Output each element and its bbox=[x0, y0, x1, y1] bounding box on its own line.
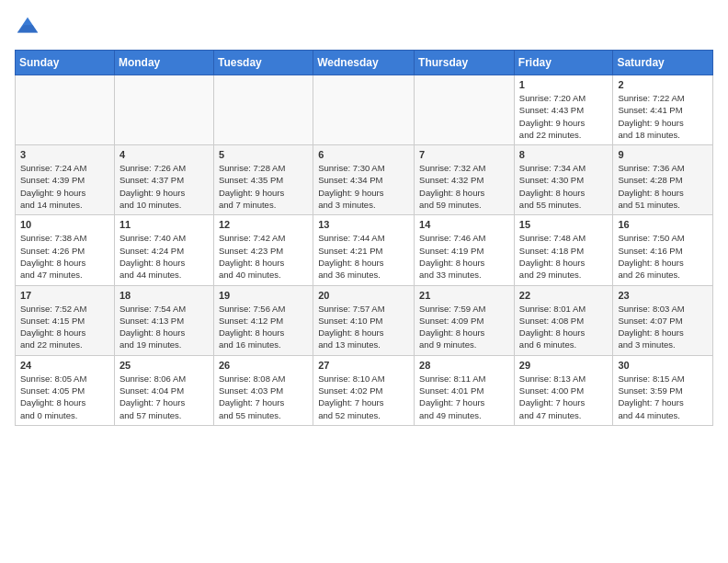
calendar-cell: 7Sunrise: 7:32 AM Sunset: 4:32 PM Daylig… bbox=[415, 145, 515, 215]
day-info: Sunrise: 7:42 AM Sunset: 4:23 PM Dayligh… bbox=[219, 232, 308, 281]
day-info: Sunrise: 7:20 AM Sunset: 4:43 PM Dayligh… bbox=[519, 92, 609, 141]
day-number: 1 bbox=[519, 79, 609, 90]
calendar-header-row: SundayMondayTuesdayWednesdayThursdayFrid… bbox=[16, 51, 713, 75]
day-number: 27 bbox=[318, 360, 409, 371]
day-info: Sunrise: 8:05 AM Sunset: 4:05 PM Dayligh… bbox=[20, 373, 109, 421]
day-info: Sunrise: 7:28 AM Sunset: 4:35 PM Dayligh… bbox=[219, 162, 308, 211]
calendar-cell: 16Sunrise: 7:50 AM Sunset: 4:16 PM Dayli… bbox=[613, 215, 713, 285]
day-number: 11 bbox=[119, 219, 209, 230]
day-number: 4 bbox=[119, 149, 209, 160]
calendar-cell: 29Sunrise: 8:13 AM Sunset: 4:00 PM Dayli… bbox=[514, 355, 613, 425]
day-info: Sunrise: 7:24 AM Sunset: 4:39 PM Dayligh… bbox=[20, 162, 109, 211]
calendar-cell: 30Sunrise: 8:15 AM Sunset: 3:59 PM Dayli… bbox=[613, 355, 713, 425]
day-info: Sunrise: 7:57 AM Sunset: 4:10 PM Dayligh… bbox=[318, 303, 409, 351]
day-number: 15 bbox=[519, 219, 609, 230]
calendar-week-row: 1Sunrise: 7:20 AM Sunset: 4:43 PM Daylig… bbox=[16, 75, 713, 145]
day-number: 30 bbox=[618, 360, 708, 371]
day-number: 3 bbox=[20, 149, 109, 160]
day-info: Sunrise: 7:54 AM Sunset: 4:13 PM Dayligh… bbox=[119, 303, 209, 351]
calendar-cell: 18Sunrise: 7:54 AM Sunset: 4:13 PM Dayli… bbox=[114, 285, 213, 355]
day-info: Sunrise: 8:13 AM Sunset: 4:00 PM Dayligh… bbox=[519, 373, 609, 421]
day-number: 8 bbox=[519, 149, 609, 160]
day-number: 5 bbox=[219, 149, 308, 160]
day-number: 10 bbox=[20, 219, 109, 230]
day-info: Sunrise: 7:22 AM Sunset: 4:41 PM Dayligh… bbox=[618, 92, 708, 141]
calendar-week-row: 3Sunrise: 7:24 AM Sunset: 4:39 PM Daylig… bbox=[16, 145, 713, 215]
calendar-week-row: 17Sunrise: 7:52 AM Sunset: 4:15 PM Dayli… bbox=[16, 285, 713, 355]
calendar-cell: 22Sunrise: 8:01 AM Sunset: 4:08 PM Dayli… bbox=[514, 285, 613, 355]
calendar-week-row: 24Sunrise: 8:05 AM Sunset: 4:05 PM Dayli… bbox=[16, 355, 713, 425]
page-header bbox=[15, 15, 713, 40]
day-info: Sunrise: 7:26 AM Sunset: 4:37 PM Dayligh… bbox=[119, 162, 209, 211]
calendar-cell: 20Sunrise: 7:57 AM Sunset: 4:10 PM Dayli… bbox=[313, 285, 415, 355]
calendar-week-row: 10Sunrise: 7:38 AM Sunset: 4:26 PM Dayli… bbox=[16, 215, 713, 285]
day-number: 23 bbox=[618, 290, 708, 301]
day-info: Sunrise: 7:52 AM Sunset: 4:15 PM Dayligh… bbox=[20, 303, 109, 351]
calendar-cell: 25Sunrise: 8:06 AM Sunset: 4:04 PM Dayli… bbox=[114, 355, 213, 425]
day-info: Sunrise: 8:06 AM Sunset: 4:04 PM Dayligh… bbox=[119, 373, 209, 421]
day-info: Sunrise: 8:03 AM Sunset: 4:07 PM Dayligh… bbox=[618, 303, 708, 351]
calendar-cell: 28Sunrise: 8:11 AM Sunset: 4:01 PM Dayli… bbox=[415, 355, 515, 425]
day-info: Sunrise: 8:11 AM Sunset: 4:01 PM Dayligh… bbox=[419, 373, 509, 421]
weekday-header: Sunday bbox=[16, 51, 115, 75]
day-number: 12 bbox=[219, 219, 308, 230]
day-number: 13 bbox=[318, 219, 409, 230]
calendar-cell: 27Sunrise: 8:10 AM Sunset: 4:02 PM Dayli… bbox=[313, 355, 415, 425]
day-info: Sunrise: 7:32 AM Sunset: 4:32 PM Dayligh… bbox=[419, 162, 509, 211]
day-info: Sunrise: 8:08 AM Sunset: 4:03 PM Dayligh… bbox=[219, 373, 308, 421]
day-info: Sunrise: 7:30 AM Sunset: 4:34 PM Dayligh… bbox=[318, 162, 409, 211]
day-number: 26 bbox=[219, 360, 308, 371]
day-info: Sunrise: 7:46 AM Sunset: 4:19 PM Dayligh… bbox=[419, 232, 509, 281]
calendar-cell bbox=[16, 75, 115, 145]
logo bbox=[15, 15, 44, 40]
calendar-cell bbox=[313, 75, 415, 145]
day-info: Sunrise: 7:44 AM Sunset: 4:21 PM Dayligh… bbox=[318, 232, 409, 281]
day-number: 25 bbox=[119, 360, 209, 371]
weekday-header: Thursday bbox=[415, 51, 515, 75]
day-info: Sunrise: 7:36 AM Sunset: 4:28 PM Dayligh… bbox=[618, 162, 708, 211]
calendar-cell: 2Sunrise: 7:22 AM Sunset: 4:41 PM Daylig… bbox=[613, 75, 713, 145]
day-info: Sunrise: 7:48 AM Sunset: 4:18 PM Dayligh… bbox=[519, 232, 609, 281]
day-number: 21 bbox=[419, 290, 509, 301]
calendar-cell: 15Sunrise: 7:48 AM Sunset: 4:18 PM Dayli… bbox=[514, 215, 613, 285]
calendar-cell: 14Sunrise: 7:46 AM Sunset: 4:19 PM Dayli… bbox=[415, 215, 515, 285]
day-number: 14 bbox=[419, 219, 509, 230]
day-info: Sunrise: 7:50 AM Sunset: 4:16 PM Dayligh… bbox=[618, 232, 708, 281]
day-number: 6 bbox=[318, 149, 409, 160]
day-number: 28 bbox=[419, 360, 509, 371]
weekday-header: Friday bbox=[514, 51, 613, 75]
day-number: 24 bbox=[20, 360, 109, 371]
day-info: Sunrise: 8:01 AM Sunset: 4:08 PM Dayligh… bbox=[519, 303, 609, 351]
day-info: Sunrise: 7:59 AM Sunset: 4:09 PM Dayligh… bbox=[419, 303, 509, 351]
calendar-cell: 12Sunrise: 7:42 AM Sunset: 4:23 PM Dayli… bbox=[213, 215, 313, 285]
calendar-cell: 10Sunrise: 7:38 AM Sunset: 4:26 PM Dayli… bbox=[16, 215, 115, 285]
weekday-header: Monday bbox=[114, 51, 213, 75]
day-number: 7 bbox=[419, 149, 509, 160]
calendar-cell: 8Sunrise: 7:34 AM Sunset: 4:30 PM Daylig… bbox=[514, 145, 613, 215]
calendar-cell: 3Sunrise: 7:24 AM Sunset: 4:39 PM Daylig… bbox=[16, 145, 115, 215]
calendar-cell bbox=[415, 75, 515, 145]
calendar-cell bbox=[114, 75, 213, 145]
calendar-cell: 13Sunrise: 7:44 AM Sunset: 4:21 PM Dayli… bbox=[313, 215, 415, 285]
day-info: Sunrise: 7:40 AM Sunset: 4:24 PM Dayligh… bbox=[119, 232, 209, 281]
calendar-cell: 4Sunrise: 7:26 AM Sunset: 4:37 PM Daylig… bbox=[114, 145, 213, 215]
calendar-cell: 11Sunrise: 7:40 AM Sunset: 4:24 PM Dayli… bbox=[114, 215, 213, 285]
day-info: Sunrise: 7:34 AM Sunset: 4:30 PM Dayligh… bbox=[519, 162, 609, 211]
day-number: 2 bbox=[618, 79, 708, 90]
calendar-cell: 21Sunrise: 7:59 AM Sunset: 4:09 PM Dayli… bbox=[415, 285, 515, 355]
day-info: Sunrise: 7:56 AM Sunset: 4:12 PM Dayligh… bbox=[219, 303, 308, 351]
day-info: Sunrise: 8:10 AM Sunset: 4:02 PM Dayligh… bbox=[318, 373, 409, 421]
calendar-cell: 17Sunrise: 7:52 AM Sunset: 4:15 PM Dayli… bbox=[16, 285, 115, 355]
day-number: 16 bbox=[618, 219, 708, 230]
day-info: Sunrise: 8:15 AM Sunset: 3:59 PM Dayligh… bbox=[618, 373, 708, 421]
weekday-header: Tuesday bbox=[213, 51, 313, 75]
calendar-cell: 1Sunrise: 7:20 AM Sunset: 4:43 PM Daylig… bbox=[514, 75, 613, 145]
weekday-header: Saturday bbox=[613, 51, 713, 75]
day-number: 22 bbox=[519, 290, 609, 301]
weekday-header: Wednesday bbox=[313, 51, 415, 75]
calendar-cell: 24Sunrise: 8:05 AM Sunset: 4:05 PM Dayli… bbox=[16, 355, 115, 425]
day-number: 9 bbox=[618, 149, 708, 160]
calendar-cell: 9Sunrise: 7:36 AM Sunset: 4:28 PM Daylig… bbox=[613, 145, 713, 215]
day-number: 20 bbox=[318, 290, 409, 301]
calendar-cell: 19Sunrise: 7:56 AM Sunset: 4:12 PM Dayli… bbox=[213, 285, 313, 355]
